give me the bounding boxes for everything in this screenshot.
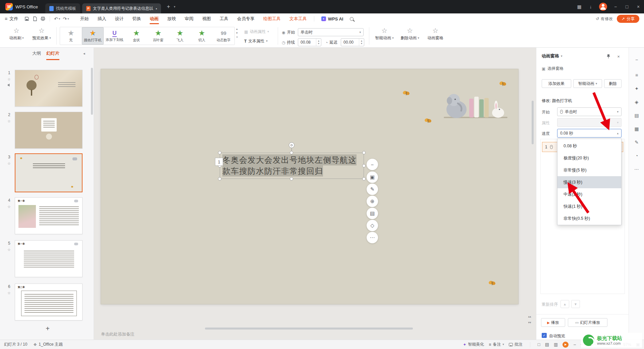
- tab-home[interactable]: 开始: [76, 13, 93, 24]
- spin-up-icon[interactable]: ▲: [318, 40, 320, 42]
- horizontal-scrollbar[interactable]: [101, 327, 525, 330]
- reorder-down-button[interactable]: ▼: [571, 300, 580, 308]
- slide-thumbnail[interactable]: [15, 112, 83, 149]
- undo-button[interactable]: ↶▾: [53, 16, 61, 21]
- gallery-scroll-up-icon[interactable]: ▴: [236, 28, 238, 31]
- gallery-item-fly-in[interactable]: ★ 飞入: [169, 27, 191, 45]
- save-button[interactable]: [23, 15, 31, 23]
- speed-option-highlighted[interactable]: 慢速(3 秒): [557, 176, 621, 188]
- spin-up-icon[interactable]: ▲: [361, 40, 363, 42]
- notes-button[interactable]: ≡ 备注 ▾: [489, 342, 504, 347]
- print-button[interactable]: [39, 15, 47, 23]
- resize-handle-e[interactable]: [362, 164, 366, 167]
- speed-combobox[interactable]: 0.08 秒 ▴: [557, 129, 622, 138]
- speed-option[interactable]: 非常快(0.5 秒): [557, 212, 621, 225]
- vertical-scrollbar[interactable]: [531, 54, 534, 312]
- download-icon[interactable]: ↓: [585, 0, 596, 13]
- add-effect-button[interactable]: 添加效果: [542, 79, 571, 88]
- slide-thumbnail[interactable]: 第一章: [15, 197, 83, 234]
- collapse-panel-icon[interactable]: ◂: [83, 52, 85, 55]
- resize-handle-nw[interactable]: [218, 151, 221, 154]
- delete-effect-button[interactable]: 删除: [604, 79, 622, 88]
- reading-view-button[interactable]: ▥: [554, 342, 558, 347]
- delay-spinner[interactable]: 00.00 ▲▼: [341, 38, 364, 46]
- app-home-button[interactable]: W WPS Office: [0, 0, 43, 13]
- share-button[interactable]: ↗ 分享: [617, 15, 639, 23]
- redo-chevron-icon[interactable]: ▾: [67, 17, 69, 20]
- collapse-toolbar-button[interactable]: −: [367, 159, 378, 170]
- minimize-button[interactable]: −: [610, 0, 621, 13]
- gallery-item-dynamic-number[interactable]: 99 动态数字: [213, 27, 234, 45]
- close-button[interactable]: ×: [633, 0, 644, 13]
- zoom-out-button[interactable]: −: [573, 342, 576, 347]
- horizontal-scrollbar-thumb[interactable]: [205, 328, 413, 330]
- tab-document[interactable]: P 文字是人类用符号记录表达信息以 ●: [82, 3, 161, 13]
- speed-option[interactable]: 中速(2 秒): [557, 188, 621, 200]
- start-trigger-combobox[interactable]: 单击时 ▾: [298, 28, 364, 36]
- comments-button[interactable]: 批注: [509, 342, 523, 347]
- effects-icon[interactable]: ✦: [633, 85, 640, 92]
- resize-handle-n[interactable]: [290, 151, 293, 154]
- menu-icon[interactable]: ≡: [633, 72, 640, 79]
- tab-design[interactable]: 设计: [111, 13, 128, 24]
- notes-placeholder[interactable]: 单击此处添加备注: [101, 332, 135, 337]
- pin-pane-button[interactable]: [605, 53, 612, 60]
- new-tab-button[interactable]: +: [164, 2, 173, 11]
- slide-thumbnail[interactable]: [15, 70, 83, 107]
- search-button[interactable]: [347, 15, 356, 23]
- gallery-item-color-typewriter[interactable]: ★ 颜色打字机: [82, 27, 104, 45]
- animation-order-badge[interactable]: 1: [215, 158, 223, 166]
- selected-text-box[interactable]: 冬奥会发大会发出号地块左侧导航这 款车搜防水防汗非常搜回归: [220, 153, 364, 179]
- tab-list-chevron-icon[interactable]: ▾: [174, 5, 175, 8]
- tab-review[interactable]: 审阅: [180, 13, 198, 24]
- board-button[interactable]: ▤: [367, 208, 378, 219]
- resize-handle-ne[interactable]: [362, 151, 366, 154]
- tab-slideshow[interactable]: 放映: [163, 13, 180, 24]
- list-icon[interactable]: ▤: [633, 112, 640, 119]
- tab-view[interactable]: 视图: [198, 13, 215, 24]
- next-slide-button[interactable]: ▾▾: [526, 319, 533, 326]
- normal-view-button[interactable]: □: [538, 342, 540, 347]
- vertical-scrollbar-thumb[interactable]: [532, 101, 534, 144]
- clock-icon[interactable]: ◔: [633, 152, 640, 159]
- undo-chevron-icon[interactable]: ▾: [59, 17, 60, 20]
- tab-outline[interactable]: 大纲: [32, 50, 41, 59]
- pen-button[interactable]: ✎: [367, 184, 378, 195]
- add-slide-button[interactable]: +: [43, 325, 52, 333]
- play-button[interactable]: ▶ 播放: [541, 318, 565, 327]
- maximize-button[interactable]: □: [621, 0, 633, 13]
- more-icon[interactable]: ⋯: [633, 166, 640, 172]
- resize-handle-se[interactable]: [362, 177, 366, 181]
- panel-scrollbar-thumb[interactable]: [91, 68, 93, 115]
- shape-button[interactable]: ◇: [367, 220, 378, 231]
- file-menu[interactable]: ≡ 文件: [0, 16, 23, 22]
- preview-effect-button[interactable]: ☆ 预览效果▾: [30, 27, 54, 41]
- tab-template[interactable]: 找稿壳模板: [45, 3, 80, 13]
- slide-thumbnail[interactable]: 第一章: [15, 240, 83, 277]
- duration-spinner[interactable]: 00.08 ▲▼: [298, 38, 321, 46]
- gallery-item-none[interactable]: ★ 无: [60, 27, 82, 45]
- pen-icon[interactable]: ✎: [633, 139, 640, 146]
- gallery-item-box[interactable]: ★ 盒状: [125, 27, 147, 45]
- grid-icon[interactable]: ▦: [633, 126, 640, 132]
- start-combobox[interactable]: 单击时 ▾: [557, 107, 622, 116]
- theme-button[interactable]: ❖ 1_Office 主题: [33, 342, 63, 347]
- collapse-sidebar-icon[interactable]: −: [633, 56, 640, 63]
- wps-ai-button[interactable]: ✦ WPS AI: [317, 13, 348, 24]
- more-tools-button[interactable]: ⋯: [367, 232, 378, 243]
- speed-option[interactable]: 快速(1 秒): [557, 200, 621, 212]
- resize-handle-sw[interactable]: [218, 177, 221, 181]
- tab-drawing-tools[interactable]: 绘图工具: [259, 13, 285, 24]
- slide-thumbnail[interactable]: 第二章: [15, 284, 83, 320]
- slideshow-play-button[interactable]: ▶: [562, 342, 569, 348]
- smart-animation-button[interactable]: 智能动画▾: [573, 79, 602, 88]
- animation-star-icon[interactable]: ☆: [7, 119, 11, 123]
- spin-down-icon[interactable]: ▼: [318, 42, 320, 45]
- animation-pane-button[interactable]: ☆ 动画窗格: [424, 27, 447, 41]
- tab-transition[interactable]: 切换: [128, 13, 146, 24]
- auto-preview-checkbox[interactable]: ✓: [542, 333, 547, 338]
- resources-icon[interactable]: ◈: [633, 99, 640, 105]
- resize-handle-s[interactable]: [290, 177, 293, 181]
- tab-member[interactable]: 会员专享: [233, 13, 259, 24]
- slide-thumbnail-selected[interactable]: [15, 153, 83, 192]
